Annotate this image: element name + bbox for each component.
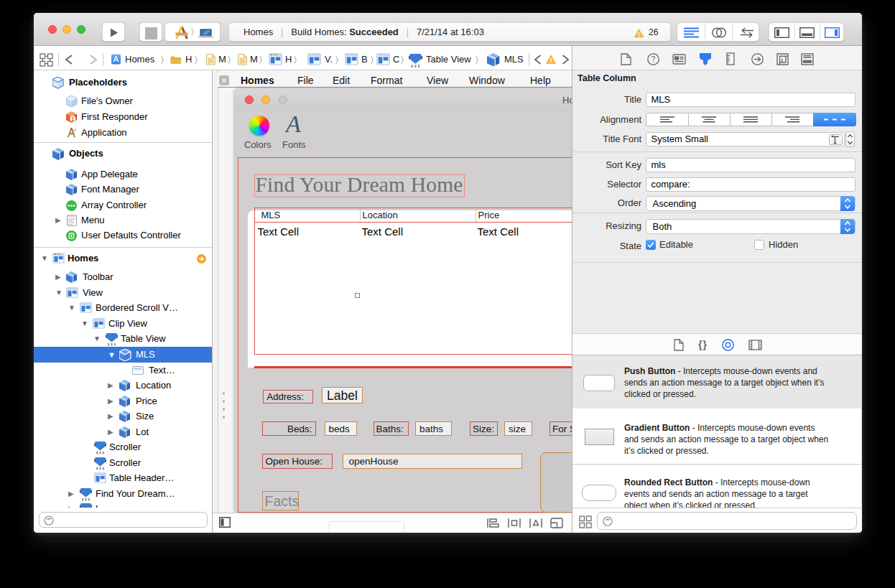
- svg-text:!: !: [549, 56, 552, 64]
- svg-text:?: ?: [651, 55, 656, 63]
- svg-text:!: !: [638, 30, 640, 37]
